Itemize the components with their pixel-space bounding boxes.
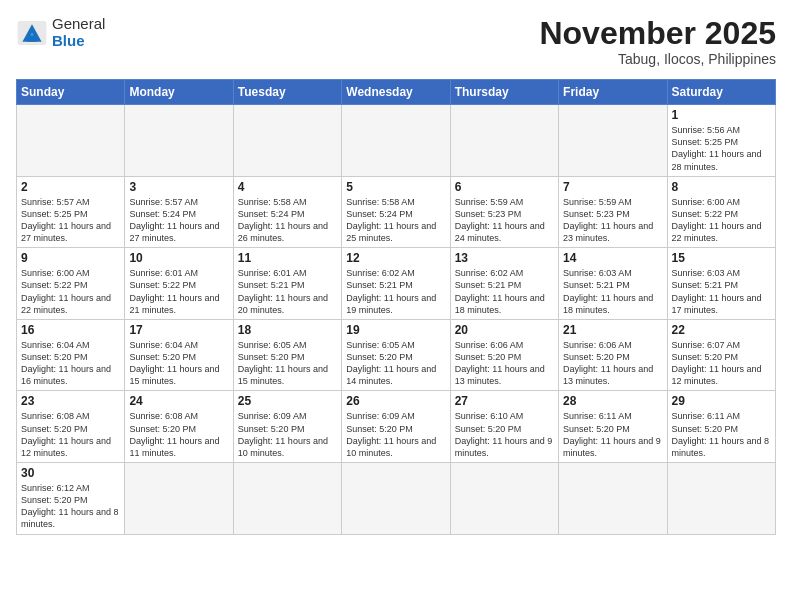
calendar-week-row: 1Sunrise: 5:56 AMSunset: 5:25 PMDaylight… [17,105,776,177]
calendar-week-row: 16Sunrise: 6:04 AMSunset: 5:20 PMDayligh… [17,319,776,391]
day-number: 12 [346,251,445,265]
svg-rect-3 [27,35,37,41]
cell-info: Sunrise: 5:58 AMSunset: 5:24 PMDaylight:… [238,197,328,243]
calendar-cell: 6Sunrise: 5:59 AMSunset: 5:23 PMDaylight… [450,176,558,248]
cell-info: Sunrise: 6:11 AMSunset: 5:20 PMDaylight:… [672,411,770,457]
day-number: 3 [129,180,228,194]
logo: General Blue [16,16,105,49]
page-header: General Blue November 2025 Tabug, Ilocos… [16,16,776,67]
calendar-cell [233,463,341,535]
weekday-header-friday: Friday [559,80,667,105]
weekday-header-thursday: Thursday [450,80,558,105]
logo-general: General [52,15,105,32]
cell-info: Sunrise: 6:09 AMSunset: 5:20 PMDaylight:… [238,411,328,457]
weekday-header-wednesday: Wednesday [342,80,450,105]
month-title: November 2025 [539,16,776,51]
calendar-cell: 1Sunrise: 5:56 AMSunset: 5:25 PMDaylight… [667,105,775,177]
day-number: 19 [346,323,445,337]
cell-info: Sunrise: 5:56 AMSunset: 5:25 PMDaylight:… [672,125,762,171]
logo-icon [16,19,48,47]
cell-info: Sunrise: 6:10 AMSunset: 5:20 PMDaylight:… [455,411,553,457]
calendar-cell [450,105,558,177]
day-number: 8 [672,180,771,194]
day-number: 23 [21,394,120,408]
calendar-cell: 7Sunrise: 5:59 AMSunset: 5:23 PMDaylight… [559,176,667,248]
calendar-cell: 5Sunrise: 5:58 AMSunset: 5:24 PMDaylight… [342,176,450,248]
weekday-header-sunday: Sunday [17,80,125,105]
calendar-cell: 3Sunrise: 5:57 AMSunset: 5:24 PMDaylight… [125,176,233,248]
cell-info: Sunrise: 6:12 AMSunset: 5:20 PMDaylight:… [21,483,119,529]
cell-info: Sunrise: 5:59 AMSunset: 5:23 PMDaylight:… [563,197,653,243]
cell-info: Sunrise: 6:06 AMSunset: 5:20 PMDaylight:… [563,340,653,386]
day-number: 22 [672,323,771,337]
day-number: 27 [455,394,554,408]
calendar-cell: 28Sunrise: 6:11 AMSunset: 5:20 PMDayligh… [559,391,667,463]
day-number: 30 [21,466,120,480]
calendar-cell: 8Sunrise: 6:00 AMSunset: 5:22 PMDaylight… [667,176,775,248]
day-number: 25 [238,394,337,408]
weekday-header-saturday: Saturday [667,80,775,105]
day-number: 24 [129,394,228,408]
calendar-cell [233,105,341,177]
cell-info: Sunrise: 6:07 AMSunset: 5:20 PMDaylight:… [672,340,762,386]
day-number: 20 [455,323,554,337]
logo-blue: Blue [52,32,85,49]
calendar-cell: 30Sunrise: 6:12 AMSunset: 5:20 PMDayligh… [17,463,125,535]
cell-info: Sunrise: 6:00 AMSunset: 5:22 PMDaylight:… [672,197,762,243]
calendar-cell [559,105,667,177]
cell-info: Sunrise: 6:08 AMSunset: 5:20 PMDaylight:… [129,411,219,457]
calendar-cell: 29Sunrise: 6:11 AMSunset: 5:20 PMDayligh… [667,391,775,463]
calendar-cell: 19Sunrise: 6:05 AMSunset: 5:20 PMDayligh… [342,319,450,391]
calendar-cell: 26Sunrise: 6:09 AMSunset: 5:20 PMDayligh… [342,391,450,463]
cell-info: Sunrise: 5:57 AMSunset: 5:24 PMDaylight:… [129,197,219,243]
calendar-week-row: 9Sunrise: 6:00 AMSunset: 5:22 PMDaylight… [17,248,776,320]
cell-info: Sunrise: 6:05 AMSunset: 5:20 PMDaylight:… [238,340,328,386]
day-number: 11 [238,251,337,265]
calendar-cell: 11Sunrise: 6:01 AMSunset: 5:21 PMDayligh… [233,248,341,320]
day-number: 21 [563,323,662,337]
cell-info: Sunrise: 6:04 AMSunset: 5:20 PMDaylight:… [21,340,111,386]
cell-info: Sunrise: 6:06 AMSunset: 5:20 PMDaylight:… [455,340,545,386]
cell-info: Sunrise: 6:01 AMSunset: 5:21 PMDaylight:… [238,268,328,314]
calendar-cell: 20Sunrise: 6:06 AMSunset: 5:20 PMDayligh… [450,319,558,391]
day-number: 14 [563,251,662,265]
title-area: November 2025 Tabug, Ilocos, Philippines [539,16,776,67]
day-number: 26 [346,394,445,408]
day-number: 13 [455,251,554,265]
calendar-cell [342,105,450,177]
calendar-cell: 21Sunrise: 6:06 AMSunset: 5:20 PMDayligh… [559,319,667,391]
cell-info: Sunrise: 5:59 AMSunset: 5:23 PMDaylight:… [455,197,545,243]
calendar-cell: 15Sunrise: 6:03 AMSunset: 5:21 PMDayligh… [667,248,775,320]
calendar-cell: 17Sunrise: 6:04 AMSunset: 5:20 PMDayligh… [125,319,233,391]
cell-info: Sunrise: 6:04 AMSunset: 5:20 PMDaylight:… [129,340,219,386]
weekday-header-tuesday: Tuesday [233,80,341,105]
calendar-cell: 22Sunrise: 6:07 AMSunset: 5:20 PMDayligh… [667,319,775,391]
cell-info: Sunrise: 6:00 AMSunset: 5:22 PMDaylight:… [21,268,111,314]
day-number: 6 [455,180,554,194]
day-number: 7 [563,180,662,194]
logo-text: General Blue [52,16,105,49]
cell-info: Sunrise: 6:02 AMSunset: 5:21 PMDaylight:… [455,268,545,314]
calendar-cell: 14Sunrise: 6:03 AMSunset: 5:21 PMDayligh… [559,248,667,320]
calendar-cell: 16Sunrise: 6:04 AMSunset: 5:20 PMDayligh… [17,319,125,391]
day-number: 5 [346,180,445,194]
cell-info: Sunrise: 6:09 AMSunset: 5:20 PMDaylight:… [346,411,436,457]
calendar-cell [125,105,233,177]
calendar-cell: 4Sunrise: 5:58 AMSunset: 5:24 PMDaylight… [233,176,341,248]
cell-info: Sunrise: 6:05 AMSunset: 5:20 PMDaylight:… [346,340,436,386]
day-number: 10 [129,251,228,265]
cell-info: Sunrise: 5:58 AMSunset: 5:24 PMDaylight:… [346,197,436,243]
calendar-cell: 23Sunrise: 6:08 AMSunset: 5:20 PMDayligh… [17,391,125,463]
calendar-cell [450,463,558,535]
cell-info: Sunrise: 6:03 AMSunset: 5:21 PMDaylight:… [563,268,653,314]
calendar-cell: 18Sunrise: 6:05 AMSunset: 5:20 PMDayligh… [233,319,341,391]
weekday-header-row: SundayMondayTuesdayWednesdayThursdayFrid… [17,80,776,105]
calendar-cell [342,463,450,535]
day-number: 1 [672,108,771,122]
day-number: 18 [238,323,337,337]
calendar-cell: 12Sunrise: 6:02 AMSunset: 5:21 PMDayligh… [342,248,450,320]
weekday-header-monday: Monday [125,80,233,105]
calendar-cell: 2Sunrise: 5:57 AMSunset: 5:25 PMDaylight… [17,176,125,248]
cell-info: Sunrise: 6:02 AMSunset: 5:21 PMDaylight:… [346,268,436,314]
calendar-cell [125,463,233,535]
